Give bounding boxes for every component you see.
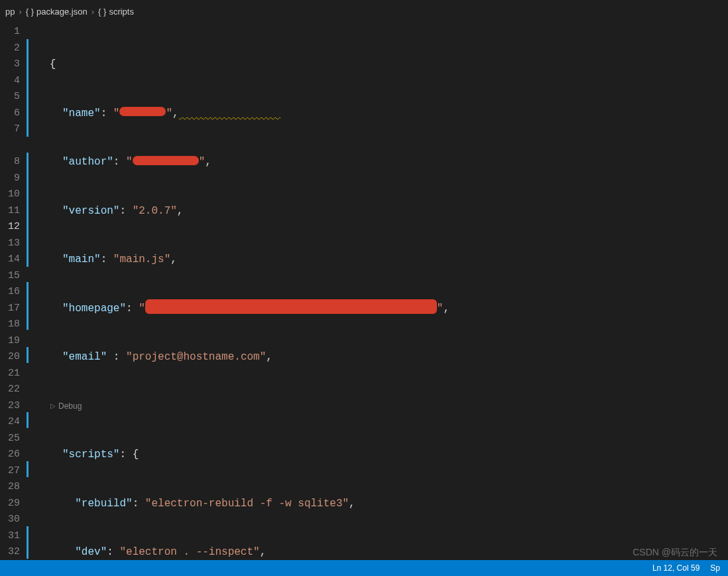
line-number[interactable]: 19 <box>0 333 20 350</box>
line-number[interactable]: 14 <box>0 252 20 268</box>
line-number[interactable]: 17 <box>0 301 20 317</box>
line-number[interactable]: 11 <box>0 203 20 220</box>
line-number[interactable]: 5 <box>0 89 20 106</box>
breadcrumb-item[interactable]: scripts <box>109 7 134 17</box>
line-number[interactable]: 3 <box>0 56 20 73</box>
line-number[interactable]: 21 <box>0 366 20 382</box>
line-number-gutter[interactable]: 1234567891011121314151617181920212223242… <box>0 23 27 560</box>
breadcrumb-item[interactable]: package.json <box>36 7 88 17</box>
line-number[interactable]: 25 <box>0 431 20 447</box>
line-number[interactable]: 29 <box>0 496 20 512</box>
code-editor[interactable]: 1234567891011121314151617181920212223242… <box>0 23 728 560</box>
line-number[interactable]: 16 <box>0 284 20 301</box>
line-number[interactable]: 23 <box>0 398 20 415</box>
json-icon: { } <box>26 7 34 17</box>
line-number[interactable]: 10 <box>0 186 20 203</box>
line-number[interactable]: 20 <box>0 349 20 366</box>
line-number[interactable]: 12 <box>0 219 20 236</box>
line-number[interactable]: 1 <box>0 24 20 40</box>
line-number[interactable]: 7 <box>0 121 20 138</box>
breadcrumb-item[interactable]: pp <box>5 7 15 17</box>
line-number[interactable]: 6 <box>0 106 20 122</box>
line-number[interactable]: 28 <box>0 479 20 496</box>
line-number[interactable]: 26 <box>0 447 20 463</box>
line-number[interactable]: 32 <box>0 544 20 560</box>
line-number[interactable]: 31 <box>0 528 20 545</box>
line-number[interactable]: 4 <box>0 73 20 90</box>
line-number[interactable]: 22 <box>0 382 20 398</box>
line-number[interactable]: 30 <box>0 512 20 528</box>
git-decoration <box>27 23 29 560</box>
codelens-debug[interactable]: ▷Debug <box>30 398 728 415</box>
line-number[interactable]: 15 <box>0 268 20 285</box>
line-number[interactable]: 13 <box>0 236 20 252</box>
line-number[interactable]: 18 <box>0 317 20 333</box>
chevron-right-icon: › <box>19 7 21 17</box>
line-number[interactable]: 2 <box>0 40 20 57</box>
watermark-text: CSDN @码云的一天 <box>633 547 717 559</box>
indentation-status[interactable]: Sp <box>710 563 720 573</box>
chevron-right-icon: › <box>91 7 94 17</box>
line-number[interactable]: 27 <box>0 463 20 480</box>
play-icon: ▷ <box>50 398 56 415</box>
status-bar[interactable]: Ln 12, Col 59 Sp <box>0 560 728 576</box>
code-content[interactable]: { "name": "", "author": "", "version": "… <box>30 23 728 560</box>
line-number[interactable]: 9 <box>0 171 20 187</box>
breadcrumb[interactable]: pp › { } package.json › { } scripts <box>0 0 728 23</box>
line-number[interactable]: 8 <box>0 154 20 171</box>
line-number[interactable]: 24 <box>0 414 20 431</box>
json-icon: { } <box>98 7 106 17</box>
cursor-position[interactable]: Ln 12, Col 59 <box>652 563 699 573</box>
